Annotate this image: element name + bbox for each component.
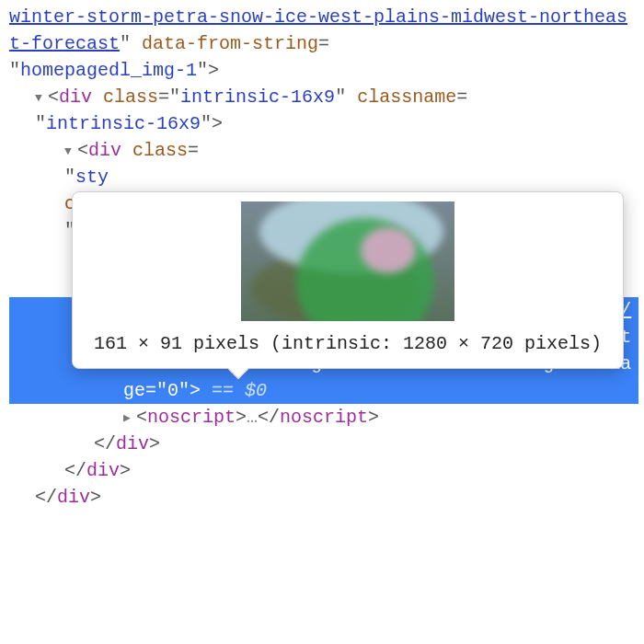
div-open-2[interactable]: ▼<div class= (9, 137, 638, 164)
image-hover-tooltip: 161 × 91 pixels (intrinsic: 1280 × 720 p… (72, 191, 624, 369)
tooltip-dimensions: 161 × 91 pixels (intrinsic: 1280 × 720 p… (86, 330, 610, 357)
disclosure-down-icon[interactable]: ▼ (64, 144, 77, 161)
disclosure-right-icon[interactable]: ▶ (123, 410, 136, 428)
dollar-zero-indicator: == $0 (212, 380, 267, 401)
close-div-2[interactable]: </div> (9, 457, 638, 484)
div2-frag-a: "sty (9, 164, 638, 190)
attr-value-line[interactable]: "homepagedl_img-1"> (9, 57, 638, 84)
close-div-1[interactable]: </div> (9, 484, 638, 511)
close-div-3[interactable]: </div> (9, 431, 638, 457)
tooltip-thumbnail (241, 201, 454, 321)
div-open-1-cont[interactable]: "intrinsic-16x9"> (9, 110, 638, 137)
div-open-1[interactable]: ▼<div class="intrinsic-16x9" classname= (9, 84, 638, 110)
disclosure-down-icon[interactable]: ▼ (35, 90, 48, 108)
noscript-collapsed[interactable]: ▶<noscript>…</noscript> (9, 404, 638, 431)
attr-fragment-line[interactable]: winter-storm-petra-snow-ice-west-plains-… (9, 4, 638, 57)
